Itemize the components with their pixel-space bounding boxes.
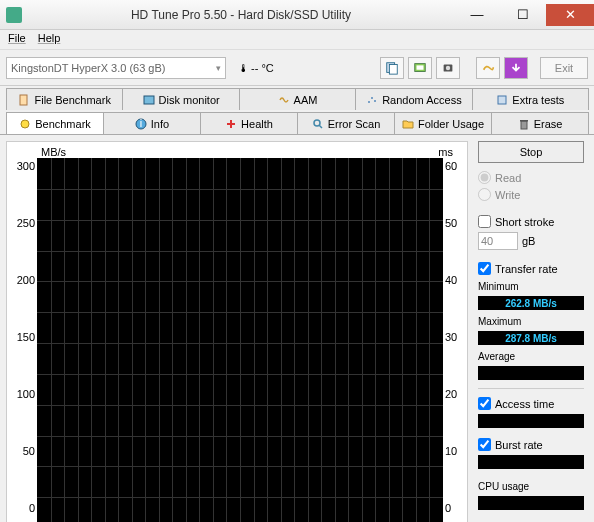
tab-error-scan[interactable]: Error Scan [297, 112, 395, 134]
svg-rect-6 [20, 95, 27, 105]
write-radio[interactable] [478, 188, 491, 201]
svg-rect-18 [520, 120, 528, 122]
copy-screenshot-button[interactable] [408, 57, 432, 79]
chart-plot [37, 158, 443, 522]
menubar: File Help [0, 30, 594, 50]
short-stroke-checkbox[interactable] [478, 215, 491, 228]
minimize-button[interactable]: — [454, 4, 500, 26]
device-select[interactable]: KingstonDT HyperX 3.0 (63 gB) ▾ [6, 57, 226, 79]
access-time-label: Access time [495, 398, 554, 410]
svg-rect-17 [521, 121, 527, 129]
tab-file-benchmark[interactable]: File Benchmark [6, 88, 123, 110]
read-radio[interactable] [478, 171, 491, 184]
transfer-rate-checkbox[interactable] [478, 262, 491, 275]
tab-random-access[interactable]: Random Access [355, 88, 472, 110]
stop-button[interactable]: Stop [478, 141, 584, 163]
access-time-value [478, 414, 584, 428]
minimum-value: 262.8 MB/s [478, 296, 584, 310]
svg-rect-1 [389, 64, 397, 74]
burst-rate-value [478, 455, 584, 469]
save-screenshot-button[interactable] [436, 57, 460, 79]
transfer-rate-label: Transfer rate [495, 263, 558, 275]
tab-disk-monitor[interactable]: Disk monitor [122, 88, 239, 110]
tabs-row-bottom: Benchmark iInfo Health Error Scan Folder… [0, 110, 594, 134]
maximize-button[interactable]: ☐ [500, 4, 546, 26]
svg-text:i: i [140, 118, 142, 129]
options-button[interactable] [476, 57, 500, 79]
y-right-label: ms [438, 146, 453, 158]
read-label: Read [495, 172, 521, 184]
menu-file[interactable]: File [8, 32, 26, 47]
tab-info[interactable]: iInfo [103, 112, 201, 134]
svg-line-16 [319, 125, 322, 128]
close-button[interactable]: ✕ [546, 4, 594, 26]
svg-rect-7 [144, 96, 154, 104]
short-stroke-unit: gB [522, 235, 535, 247]
write-label: Write [495, 189, 520, 201]
average-value [478, 366, 584, 380]
short-stroke-input[interactable] [478, 232, 518, 250]
thermometer-icon: 🌡 [238, 62, 249, 74]
svg-point-12 [21, 120, 29, 128]
toolbar: KingstonDT HyperX 3.0 (63 gB) ▾ 🌡 -- °C … [0, 50, 594, 86]
temperature-display: 🌡 -- °C [238, 62, 274, 74]
minimum-label: Minimum [478, 281, 584, 292]
average-label: Average [478, 351, 584, 362]
svg-rect-11 [498, 96, 506, 104]
chart-area: MB/s ms 300 250 200 150 100 50 0 60 50 4… [6, 141, 468, 522]
maximum-value: 287.8 MB/s [478, 331, 584, 345]
svg-point-5 [446, 65, 450, 69]
device-label: KingstonDT HyperX 3.0 (63 gB) [11, 62, 165, 74]
y-axis-left: 300 250 200 150 100 50 0 [13, 158, 37, 522]
y-left-label: MB/s [41, 146, 66, 158]
cpu-usage-label: CPU usage [478, 481, 584, 492]
tab-folder-usage[interactable]: Folder Usage [394, 112, 492, 134]
tab-extra-tests[interactable]: Extra tests [472, 88, 589, 110]
tab-benchmark[interactable]: Benchmark [6, 112, 104, 134]
sidebar-controls: Stop Read Write Short stroke gB Transfer… [468, 141, 588, 522]
svg-point-10 [374, 100, 376, 102]
temperature-value: -- °C [251, 62, 274, 74]
minimize-tray-button[interactable] [504, 57, 528, 79]
copy-info-button[interactable] [380, 57, 404, 79]
burst-rate-checkbox[interactable] [478, 438, 491, 451]
menu-help[interactable]: Help [38, 32, 61, 47]
svg-point-9 [371, 97, 373, 99]
svg-point-8 [368, 101, 370, 103]
titlebar: HD Tune Pro 5.50 - Hard Disk/SSD Utility… [0, 0, 594, 30]
chevron-down-icon: ▾ [216, 63, 221, 73]
exit-button[interactable]: Exit [540, 57, 588, 79]
tab-aam[interactable]: AAM [239, 88, 356, 110]
window-title: HD Tune Pro 5.50 - Hard Disk/SSD Utility [28, 8, 454, 22]
burst-rate-label: Burst rate [495, 439, 543, 451]
tabs-row-top: File Benchmark Disk monitor AAM Random A… [0, 86, 594, 110]
app-icon [6, 7, 22, 23]
svg-rect-3 [417, 65, 424, 69]
content-area: MB/s ms 300 250 200 150 100 50 0 60 50 4… [0, 134, 594, 522]
maximum-label: Maximum [478, 316, 584, 327]
tab-erase[interactable]: Erase [491, 112, 589, 134]
tab-health[interactable]: Health [200, 112, 298, 134]
y-axis-right: 60 50 40 30 20 10 0 [443, 158, 461, 522]
cpu-usage-value [478, 496, 584, 510]
access-time-checkbox[interactable] [478, 397, 491, 410]
short-stroke-label: Short stroke [495, 216, 554, 228]
